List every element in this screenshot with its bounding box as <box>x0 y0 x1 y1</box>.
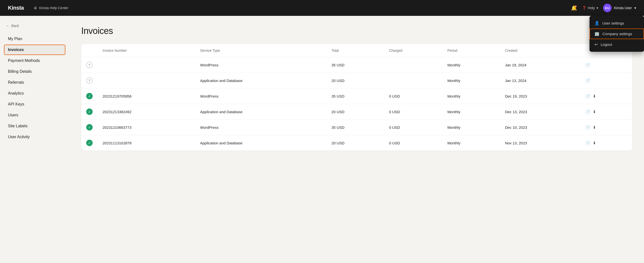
period-cell: Monthly <box>442 88 500 104</box>
dropdown-item-user-settings[interactable]: 👤 User settings <box>590 18 644 28</box>
help-center-label: Kinsta Help Center <box>39 6 68 10</box>
col-header-charged: Charged <box>384 44 442 57</box>
actions-cell: 📄 <box>580 73 632 88</box>
download-icon[interactable]: ⬇ <box>593 110 596 114</box>
user-label: Kinsta User <box>614 6 632 10</box>
table-header-row: Invoice NumberService TypeTotalChargedPe… <box>81 44 632 57</box>
view-document-icon[interactable]: 📄 <box>585 63 590 67</box>
user-chevron-icon: ▾ <box>634 6 636 10</box>
table-row: ✓20231213382492Application and Database2… <box>81 104 632 120</box>
question-icon: ? <box>86 62 93 68</box>
charged-cell: 0 USD <box>384 88 442 104</box>
status-cell: ✓ <box>81 120 98 135</box>
sidebar-item-referrals[interactable]: Referrals <box>4 77 66 88</box>
invoice-table-wrapper: Invoice NumberService TypeTotalChargedPe… <box>81 44 632 150</box>
check-icon: ✓ <box>86 108 93 115</box>
table-row: ✓20231113102878Application and Database2… <box>81 135 632 151</box>
sidebar-item-invoices[interactable]: Invoices <box>4 44 66 55</box>
user-menu-button[interactable]: KU Kinsta User ▾ <box>603 4 636 12</box>
actions-cell: 📄 ⬇ <box>580 135 632 151</box>
sidebar-item-users[interactable]: Users <box>4 110 66 120</box>
table-row: ?Application and Database20 USDMonthlyJa… <box>81 73 632 88</box>
help-center-icon: 🖥 <box>34 6 37 10</box>
view-document-icon[interactable]: 📄 <box>585 110 590 114</box>
service-type-cell: Application and Database <box>195 104 326 120</box>
notification-button[interactable]: 🔔 <box>571 5 577 11</box>
logo: Kinsta <box>8 5 24 11</box>
status-cell: ✓ <box>81 88 98 104</box>
download-icon[interactable]: ⬇ <box>593 94 596 98</box>
download-icon[interactable]: ⬇ <box>593 125 596 130</box>
invoice-number-cell: 20231113102878 <box>98 135 195 151</box>
col-header-period: Period <box>442 44 500 57</box>
table-row: ✓20231210663773WordPress35 USD0 USDMonth… <box>81 120 632 135</box>
col-header-invoice_number: Invoice Number <box>98 44 195 57</box>
created-cell: Jan 19, 2024 <box>500 57 580 73</box>
view-document-icon[interactable]: 📄 <box>585 125 590 130</box>
charged-cell: 0 USD <box>384 120 442 135</box>
period-cell: Monthly <box>442 104 500 120</box>
sidebar-item-api-keys[interactable]: API Keys <box>4 99 66 110</box>
actions-cell: 📄 ⬇ <box>580 104 632 120</box>
table-row: ?WordPress35 USDMonthlyJan 19, 2024 📄 <box>81 57 632 73</box>
sidebar-item-payment-methods[interactable]: Payment Methods <box>4 56 66 66</box>
main-content: Invoices Invoice NumberService TypeTotal… <box>69 16 644 263</box>
view-document-icon[interactable]: 📄 <box>585 94 590 98</box>
charged-cell <box>384 57 442 73</box>
actions-cell: 📄 ⬇ <box>580 88 632 104</box>
sidebar-nav: My PlanInvoicesPayment MethodsBilling De… <box>0 32 69 144</box>
invoice-table: Invoice NumberService TypeTotalChargedPe… <box>81 44 632 150</box>
created-cell: Dec 19, 2023 <box>500 88 580 104</box>
created-cell: Dec 10, 2023 <box>500 120 580 135</box>
dropdown-user-settings-icon: 👤 <box>594 21 600 26</box>
invoice-number-cell: 20231213382492 <box>98 104 195 120</box>
service-type-cell: WordPress <box>195 120 326 135</box>
service-type-cell: WordPress <box>195 88 326 104</box>
actions-cell: 📄 ⬇ <box>580 120 632 135</box>
view-document-icon[interactable]: 📄 <box>585 141 590 145</box>
total-cell: 35 USD <box>326 88 384 104</box>
sidebar-item-billing-details[interactable]: Billing Details <box>4 66 66 77</box>
status-cell: ✓ <box>81 104 98 120</box>
view-document-icon[interactable]: 📄 <box>585 78 590 83</box>
dropdown-logout-label: Logout <box>601 42 612 46</box>
help-button[interactable]: ❓ Help ▾ <box>582 6 598 10</box>
total-cell: 20 USD <box>326 73 384 88</box>
dropdown-item-logout[interactable]: ↩ Logout <box>590 39 644 50</box>
back-arrow-icon: ← <box>6 24 10 28</box>
invoice-number-cell: 20231219705956 <box>98 88 195 104</box>
topnav-right: 🔔 ❓ Help ▾ KU Kinsta User ▾ 👤 User setti… <box>571 4 636 12</box>
col-header-total: Total <box>326 44 384 57</box>
charged-cell: 0 USD <box>384 104 442 120</box>
status-cell: ? <box>81 57 98 73</box>
avatar: KU <box>603 4 612 12</box>
sidebar-item-site-labels[interactable]: Site Labels <box>4 121 66 131</box>
check-icon: ✓ <box>86 93 93 99</box>
sidebar-item-user-activity[interactable]: User Activity <box>4 132 66 142</box>
period-cell: Monthly <box>442 135 500 151</box>
sidebar-item-my-plan[interactable]: My Plan <box>4 34 66 44</box>
check-icon: ✓ <box>86 140 93 146</box>
question-icon: ? <box>86 77 93 84</box>
help-circle-icon: ❓ <box>582 6 586 10</box>
charged-cell: 0 USD <box>384 135 442 151</box>
total-cell: 20 USD <box>326 104 384 120</box>
dropdown-company-settings-label: Company settings <box>602 32 632 36</box>
dropdown-user-settings-label: User settings <box>602 21 624 25</box>
help-label: Help <box>588 6 595 10</box>
back-link[interactable]: ← Back <box>0 22 69 32</box>
service-type-cell: WordPress <box>195 57 326 73</box>
page-title: Invoices <box>81 26 632 36</box>
period-cell: Monthly <box>442 57 500 73</box>
sidebar-item-analytics[interactable]: Analytics <box>4 88 66 98</box>
download-icon[interactable]: ⬇ <box>593 141 596 145</box>
user-dropdown-menu: 👤 User settings🏢 Company settings↩ Logou… <box>590 16 644 52</box>
help-center-link[interactable]: 🖥 Kinsta Help Center <box>34 6 68 10</box>
service-type-cell: Application and Database <box>195 73 326 88</box>
table-header: Invoice NumberService TypeTotalChargedPe… <box>81 44 632 57</box>
created-cell: Nov 13, 2023 <box>500 135 580 151</box>
total-cell: 35 USD <box>326 57 384 73</box>
col-header-service_type: Service Type <box>195 44 326 57</box>
dropdown-item-company-settings[interactable]: 🏢 Company settings <box>590 28 644 39</box>
status-cell: ✓ <box>81 135 98 151</box>
